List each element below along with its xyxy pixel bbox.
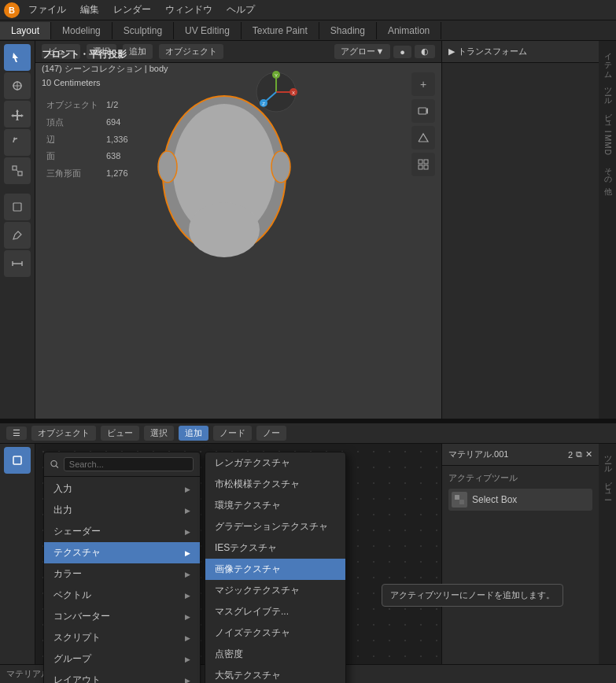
menu-item-shader[interactable]: シェーダー [44,521,200,542]
submenu-brick[interactable]: レンガテクスチャ [205,452,345,474]
submenu-pointdensity[interactable]: 点密度 [205,644,345,665]
axis-gizmo[interactable]: Y X Z [253,68,300,118]
vsidebar-tool[interactable]: ツール [602,79,613,105]
menu-window[interactable]: ウィンドウ [159,2,219,18]
menu-item-texture[interactable]: テクスチャ [44,542,200,563]
viewport-3d[interactable]: ビュー 選択 追加 オブジェクト アグロー▼ ● ◐ フロント・平行投影 (14… [35,41,441,419]
node-canvas[interactable]: 入力 出力 シェーダー テクスチャ カラー ベクトル コンバーター スクリプト … [35,444,441,683]
select-box-tool[interactable]: Select Box [448,489,592,511]
menu-edit[interactable]: 編集 [74,2,105,18]
viewport-object-btn[interactable]: オブジェクト [159,44,223,59]
vsidebar-item[interactable]: イテム [602,44,613,79]
lower-content: 入力 出力 シェーダー テクスチャ カラー ベクトル コンバーター スクリプト … [0,444,616,683]
tab-animation[interactable]: Animation [377,22,441,39]
submenu-environment[interactable]: 環境テクスチャ [205,495,345,516]
menu-item-layout[interactable]: レイアウト [44,670,200,683]
stat-edge-label: 辺 [43,132,101,148]
search-input[interactable] [64,457,194,471]
vsidebar-bottom-view[interactable]: ビュー [602,473,613,500]
toolbar-move[interactable] [4,101,31,127]
toolbar-cursor[interactable] [4,72,31,99]
gizmo-area: + [411,72,435,176]
menu-search-area [44,452,200,477]
menu-item-color[interactable]: カラー [44,563,200,585]
toolbar-measure[interactable] [4,250,31,277]
submenu-ies[interactable]: IESテクスチャ [205,537,345,559]
svg-rect-5 [13,166,17,170]
submenu-checker[interactable]: 市松模様テクスチャ [205,474,345,495]
menu-item-group[interactable]: グループ [44,648,200,670]
node-select-btn[interactable]: 選択 [144,426,174,441]
svg-rect-32 [424,165,428,169]
texture-submenu: レンガテクスチャ 市松模様テクスチャ 環境テクスチャ グラデーションテクスチャ … [205,452,346,683]
tab-texture-paint[interactable]: Texture Paint [242,22,319,39]
node-view-btn[interactable]: ビュー [101,426,139,441]
menu-file[interactable]: ファイル [22,2,72,18]
tab-shading[interactable]: Shading [319,22,377,39]
gizmo-camera[interactable] [411,99,435,123]
submenu-noise[interactable]: ノイズテクスチャ [205,622,345,644]
submenu-image[interactable]: 画像テクスチャ [205,559,345,580]
menu-item-converter[interactable]: コンバーター [44,606,200,627]
tab-bar: Layout Modeling Sculpting UV Editing Tex… [0,20,616,41]
svg-point-16 [271,151,290,183]
select-box-icon [452,492,467,508]
vsidebar-view[interactable]: ビュー [602,105,613,131]
submenu-gradient[interactable]: グラデーションテクスチャ [205,516,345,537]
blender-logo: B [3,2,20,19]
svg-rect-27 [419,108,426,114]
vsidebar-other[interactable]: その他 [602,159,613,185]
tab-sculpting[interactable]: Sculpting [113,22,174,39]
node-editor-type[interactable]: ☰ [6,426,27,440]
active-tool-title: アクティブツール [448,472,592,484]
search-icon [50,460,59,469]
viewport-view-type: フロント・平行投影 [42,47,168,62]
gizmo-zoom-in[interactable]: + [411,72,435,96]
viewport-overlay-btn[interactable]: ● [393,46,411,58]
left-toolbar [0,41,35,419]
stat-vertex-label: 頂点 [43,115,101,131]
menu-render[interactable]: レンダー [107,2,157,18]
svg-rect-36 [455,495,459,500]
material-copy-btn[interactable]: ⧉ [576,449,582,460]
transform-label: ▶ [448,46,455,57]
tab-uv-editing[interactable]: UV Editing [174,22,242,39]
menu-help[interactable]: ヘルプ [220,2,261,18]
material-close-btn[interactable]: ✕ [585,449,592,460]
toolbar-select[interactable] [4,44,31,71]
vsidebar-mmd[interactable]: MMD [603,131,612,159]
stat-triangle-count: 1,276 [103,166,131,182]
menu-item-vector[interactable]: ベクトル [44,585,200,606]
submenu-musgrave[interactable]: マスグレイブテ... [205,601,345,622]
toolbar-transform[interactable] [4,194,31,220]
submenu-magic[interactable]: マジックテクスチャ [205,580,345,601]
submenu-sky[interactable]: 大気テクスチャ [205,665,345,683]
gizmo-perspective[interactable] [411,126,435,150]
tab-modeling[interactable]: Modeling [51,22,113,39]
svg-rect-8 [13,203,21,211]
menu-item-script[interactable]: スクリプト [44,627,200,648]
gizmo-grid[interactable] [411,153,435,176]
toolbar-annotate[interactable] [4,222,31,249]
menu-item-input[interactable]: 入力 [44,478,200,500]
viewport-mode-btn[interactable]: アグロー▼ [334,44,390,59]
node-extra-btn[interactable]: ノー [256,426,286,441]
svg-line-35 [56,466,58,468]
lower-toolbar-select[interactable] [4,447,31,474]
stat-triangle-label: 三角形面 [43,166,101,182]
material-name: マテリアル.001 [448,449,508,460]
toolbar-rotate[interactable] [4,129,31,156]
node-add-btn[interactable]: 追加 [179,426,208,441]
svg-text:Z: Z [262,102,265,106]
svg-point-15 [158,151,177,183]
node-obj-btn[interactable]: オブジェクト [31,426,96,441]
transform-title: トランスフォーム [458,46,527,57]
toolbar-scale[interactable] [4,157,31,184]
menu-item-output[interactable]: 出力 [44,500,200,521]
svg-rect-37 [459,500,464,504]
node-node-btn[interactable]: ノード [213,426,252,441]
tab-layout[interactable]: Layout [0,22,51,39]
viewport-stats-table: オブジェクト 1/2 頂点 694 辺 1,336 面 638 [42,96,133,183]
viewport-shading-btn[interactable]: ◐ [415,45,435,58]
vsidebar-bottom-tool[interactable]: ツール [602,447,613,473]
